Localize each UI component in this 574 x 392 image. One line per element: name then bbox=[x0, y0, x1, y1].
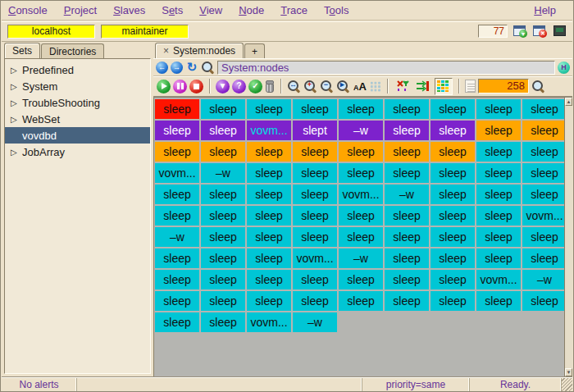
search-icon[interactable] bbox=[201, 61, 215, 75]
node-cell[interactable]: sleep bbox=[385, 121, 429, 140]
node-cell[interactable]: sleep bbox=[247, 270, 291, 289]
node-cell[interactable]: slept bbox=[293, 121, 337, 140]
reload-icon[interactable]: ↻ bbox=[185, 60, 198, 75]
node-cell[interactable]: vovm... bbox=[247, 312, 291, 332]
node-cell[interactable]: sleep bbox=[339, 270, 383, 289]
scroll-down-icon[interactable]: ▼ bbox=[565, 368, 572, 376]
tree-item-jobarray[interactable]: ▷JobArray bbox=[5, 144, 150, 160]
node-cell[interactable]: sleep bbox=[430, 206, 475, 226]
console-window-icon[interactable] bbox=[553, 25, 567, 38]
node-cell[interactable]: sleep bbox=[522, 248, 564, 268]
dot-view-icon[interactable] bbox=[370, 81, 381, 92]
zoom-out-icon[interactable]: − bbox=[320, 80, 334, 93]
expander-icon[interactable]: ▷ bbox=[11, 148, 22, 157]
node-cell[interactable]: sleep bbox=[155, 248, 199, 268]
grid-view-icon[interactable] bbox=[435, 78, 453, 95]
expander-icon[interactable]: ▷ bbox=[11, 82, 22, 91]
node-cell[interactable]: sleep bbox=[247, 248, 291, 268]
node-cell[interactable]: sleep bbox=[155, 291, 199, 311]
menu-item-node[interactable]: Node bbox=[239, 2, 272, 18]
set-name-field[interactable] bbox=[217, 61, 555, 75]
node-cell[interactable]: sleep bbox=[430, 163, 475, 183]
node-cell[interactable]: sleep bbox=[155, 142, 199, 162]
node-cell[interactable]: sleep bbox=[385, 206, 429, 226]
scroll-up-icon[interactable]: ▲ bbox=[565, 98, 572, 106]
zoom-in-icon[interactable]: + bbox=[303, 80, 317, 93]
validate-button[interactable]: ✓ bbox=[248, 80, 262, 93]
node-cell[interactable]: sleep bbox=[201, 142, 245, 162]
node-cell[interactable]: vovm... bbox=[339, 185, 383, 204]
node-cell[interactable]: sleep bbox=[522, 121, 564, 140]
node-cell[interactable]: sleep bbox=[155, 312, 199, 332]
flat-view-icon[interactable] bbox=[414, 78, 432, 95]
node-cell[interactable]: sleep bbox=[430, 99, 475, 119]
pause-button[interactable] bbox=[173, 80, 187, 93]
node-cell[interactable]: sleep bbox=[293, 163, 337, 183]
node-cell[interactable]: sleep bbox=[430, 291, 475, 311]
node-cell[interactable]: sleep bbox=[293, 291, 337, 311]
vertical-scrollbar[interactable]: ▲ ▼ bbox=[564, 98, 572, 376]
node-cell[interactable]: sleep bbox=[385, 227, 429, 247]
node-cell[interactable]: –w bbox=[201, 163, 245, 183]
node-cell[interactable]: sleep bbox=[430, 270, 475, 289]
expander-icon[interactable]: ▷ bbox=[11, 66, 22, 75]
tree-item-webset[interactable]: ▷WebSet bbox=[5, 111, 150, 127]
node-cell[interactable]: sleep bbox=[201, 99, 245, 119]
node-cell[interactable]: sleep bbox=[201, 206, 245, 226]
node-cell[interactable]: sleep bbox=[476, 227, 521, 247]
help-button[interactable]: H bbox=[558, 62, 570, 74]
node-cell[interactable]: sleep bbox=[247, 142, 291, 162]
node-cell[interactable]: sleep bbox=[476, 291, 521, 311]
tree-item-predefined[interactable]: ▷Predefined bbox=[5, 62, 150, 78]
node-cell[interactable]: sleep bbox=[385, 99, 429, 119]
node-cell[interactable]: –w bbox=[385, 185, 429, 204]
tree-item-vovdbd[interactable]: vovdbd bbox=[5, 127, 150, 144]
menu-item-trace[interactable]: Trace bbox=[280, 2, 316, 18]
tree-item-system[interactable]: ▷System bbox=[5, 78, 150, 94]
tab-system-nodes[interactable]: × System:nodes bbox=[155, 43, 244, 58]
menu-item-sets[interactable]: Sets bbox=[162, 2, 191, 18]
node-cell[interactable]: vovm... bbox=[476, 270, 521, 289]
node-cell[interactable]: vovm... bbox=[293, 248, 337, 268]
menu-item-view[interactable]: View bbox=[199, 2, 230, 18]
node-cell[interactable]: sleep bbox=[201, 312, 245, 332]
node-cell[interactable]: sleep bbox=[476, 121, 521, 140]
user-box[interactable]: maintainer bbox=[101, 25, 189, 39]
node-cell[interactable]: sleep bbox=[385, 163, 429, 183]
menu-item-slaves[interactable]: Slaves bbox=[113, 2, 153, 18]
node-cell[interactable]: –w bbox=[155, 227, 199, 247]
node-cell[interactable]: sleep bbox=[155, 270, 199, 289]
node-cell[interactable]: sleep bbox=[293, 99, 337, 119]
node-cell[interactable]: sleep bbox=[522, 227, 564, 247]
node-cell[interactable]: sleep bbox=[522, 163, 564, 183]
back-icon[interactable]: ← bbox=[156, 62, 168, 74]
node-cell[interactable]: sleep bbox=[522, 185, 564, 204]
node-cell[interactable]: vovm... bbox=[155, 163, 199, 183]
node-cell[interactable]: sleep bbox=[201, 248, 245, 268]
node-cell[interactable]: sleep bbox=[339, 206, 383, 226]
retrace-down-button[interactable]: ▼ bbox=[216, 80, 230, 93]
node-cell[interactable]: sleep bbox=[430, 227, 475, 247]
menu-item-tools[interactable]: Tools bbox=[324, 2, 357, 18]
menu-item-console[interactable]: Console bbox=[8, 2, 56, 18]
node-cell[interactable]: sleep bbox=[247, 163, 291, 183]
node-cell[interactable]: sleep bbox=[201, 121, 245, 140]
node-cell[interactable]: sleep bbox=[201, 270, 245, 289]
node-cell[interactable]: sleep bbox=[522, 142, 564, 162]
node-cell[interactable]: sleep bbox=[339, 227, 383, 247]
node-cell[interactable]: sleep bbox=[430, 142, 475, 162]
node-cell[interactable]: sleep bbox=[247, 206, 291, 226]
node-cell[interactable]: –w bbox=[339, 121, 383, 140]
forward-icon[interactable]: → bbox=[171, 62, 183, 74]
node-cell[interactable]: sleep bbox=[293, 185, 337, 204]
node-cell[interactable]: sleep bbox=[247, 99, 291, 119]
node-cell[interactable]: sleep bbox=[476, 206, 521, 226]
expander-icon[interactable]: ▷ bbox=[11, 115, 22, 124]
resize-grip[interactable] bbox=[562, 378, 572, 391]
node-cell[interactable]: sleep bbox=[247, 227, 291, 247]
tab-sets[interactable]: Sets bbox=[4, 43, 40, 58]
tree-item-troubleshooting[interactable]: ▷TroubleShooting bbox=[5, 94, 150, 111]
why-button[interactable]: ? bbox=[232, 80, 246, 93]
node-cell[interactable]: sleep bbox=[339, 291, 383, 311]
node-cell[interactable]: sleep bbox=[385, 248, 429, 268]
